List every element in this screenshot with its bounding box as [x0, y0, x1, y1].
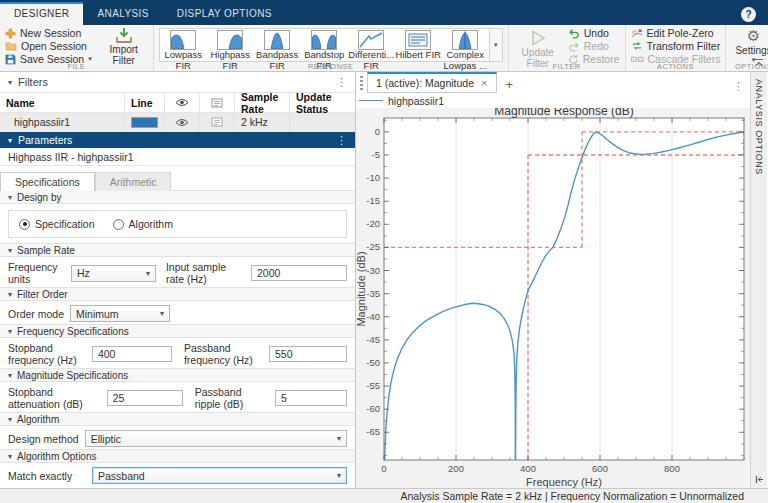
response-gallery-dropdown[interactable]: ▾: [489, 29, 502, 61]
edit-pole-zero-button[interactable]: Edit Pole-Zero: [631, 27, 721, 39]
response-gallery: LowpassFIRHighpassFIRBandpassFIRBandstop…: [159, 28, 503, 62]
close-tab-icon[interactable]: ×: [481, 77, 487, 89]
bandstop-response-icon: [311, 30, 337, 50]
response-gallery-item-highpass[interactable]: HighpassFIR: [207, 29, 254, 61]
stopband-frequency-field[interactable]: [92, 346, 172, 362]
response-gallery-item-differentiator[interactable]: Differenti...FIR: [348, 29, 395, 61]
chevron-down-icon: ▾: [494, 41, 498, 49]
highpass-response-icon: [217, 30, 243, 50]
help-icon[interactable]: ?: [741, 7, 756, 22]
filter-row-visibility-toggle[interactable]: [165, 113, 200, 132]
algorithm-options-section-bar[interactable]: ▾ Algorithm Options: [0, 449, 355, 463]
file-section-label: FILE: [0, 62, 153, 71]
add-tab-button[interactable]: +: [497, 77, 523, 93]
filter-order-section-bar[interactable]: ▾ Filter Order: [0, 287, 355, 301]
magnitude-response-chart[interactable]: 02004006008000-5-10-15-20-25-30-35-40-45…: [356, 108, 750, 488]
line-swatch[interactable]: [131, 117, 158, 128]
update-filter-button[interactable]: Update Filter: [514, 27, 562, 62]
col-header-line: Line: [125, 93, 165, 113]
tab-display-options[interactable]: DISPLAY OPTIONS: [163, 3, 286, 25]
new-session-icon: [5, 28, 16, 39]
response-gallery-item-lowpass[interactable]: LowpassFIR: [160, 29, 207, 61]
filter-row-legend-toggle[interactable]: [200, 113, 235, 132]
plot-menu-icon[interactable]: ⋮: [733, 80, 744, 93]
tab-analysis[interactable]: ANALYSIS: [83, 3, 162, 25]
analysis-options-strip[interactable]: ANALYSIS OPTIONS: [750, 72, 767, 488]
passband-frequency-field[interactable]: [269, 346, 347, 362]
filter-row-line[interactable]: [125, 113, 165, 132]
magnitude-plot-tab[interactable]: 1 (active): Magnitude ×: [367, 72, 497, 93]
filter-section-label: FILTER: [509, 62, 625, 71]
analysis-options-label[interactable]: ANALYSIS OPTIONS: [754, 79, 764, 175]
svg-text:-25: -25: [366, 241, 380, 252]
main-area: ▾ Filters ⋮ Name Line Sample Rate: [0, 72, 768, 488]
dock-handle[interactable]: [360, 76, 363, 90]
svg-text:-35: -35: [366, 288, 380, 299]
lowpass-response-icon: [170, 30, 196, 50]
tab-designer[interactable]: DESIGNER: [0, 2, 83, 25]
response-gallery-item-bandpass[interactable]: BandpassFIR: [254, 29, 301, 61]
parameters-menu-icon[interactable]: ⋮: [336, 134, 347, 147]
filter-row-name[interactable]: highpassiir1: [0, 113, 125, 132]
open-folder-icon: [5, 41, 17, 51]
algorithm-section-bar[interactable]: ▾ Algorithm: [0, 412, 355, 426]
frequency-units-dropdown[interactable]: Hz ▾: [71, 265, 156, 282]
radio-specification[interactable]: Specification: [19, 218, 95, 230]
ribbon-section-actions: Edit Pole-Zero Transform Filter Cascade …: [626, 25, 727, 71]
svg-text:400: 400: [520, 463, 536, 474]
stopband-attenuation-field[interactable]: [107, 390, 183, 406]
transform-filter-button[interactable]: Transform Filter: [631, 40, 721, 52]
filters-menu-icon[interactable]: ⋮: [336, 76, 347, 89]
frequency-specifications-section-bar[interactable]: ▾ Frequency Specifications: [0, 324, 355, 338]
design-by-radio-group: SpecificationAlgorithm: [8, 210, 347, 238]
input-sample-rate-field[interactable]: [251, 265, 347, 281]
magnitude-response-figure[interactable]: 02004006008000-5-10-15-20-25-30-35-40-45…: [356, 108, 750, 488]
ribbon-tab-bar: DESIGNER ANALYSIS DISPLAY OPTIONS ?: [0, 0, 768, 25]
parameters-section-header[interactable]: ▾ Parameters ⋮: [0, 132, 355, 148]
collapse-caret-icon: ▾: [8, 78, 12, 87]
stopband-attenuation-label: Stopband attenuation (dB): [8, 386, 101, 410]
tab-specifications[interactable]: Specifications: [0, 172, 95, 191]
order-mode-dropdown[interactable]: Minimum ▾: [70, 305, 170, 322]
chevron-down-icon: ▾: [337, 434, 341, 443]
filter-row-sample-rate: 2 kHz: [235, 113, 290, 132]
import-filter-button[interactable]: Import Filter: [100, 27, 148, 62]
svg-text:-20: -20: [366, 218, 380, 229]
redo-button[interactable]: Redo: [568, 40, 620, 52]
passband-ripple-field[interactable]: [275, 390, 347, 406]
status-text: Analysis Sample Rate = 2 kHz | Frequency…: [400, 490, 744, 502]
design-method-dropdown[interactable]: Elliptic ▾: [85, 430, 347, 447]
settings-gear-icon: ⚙: [747, 28, 760, 45]
settings-button[interactable]: ⚙ Settings ▾: [731, 27, 768, 62]
collapse-panel-icon[interactable]: [755, 475, 764, 484]
ribbon-collapse-icon[interactable]: [754, 58, 764, 67]
undo-button[interactable]: Undo: [568, 27, 620, 39]
svg-text:-45: -45: [366, 334, 380, 345]
open-session-button[interactable]: Open Session: [5, 40, 92, 52]
filter-row-update-status: [290, 113, 356, 132]
legend-box-icon: [211, 98, 223, 108]
design-by-section-bar[interactable]: ▾ Design by: [0, 190, 355, 204]
svg-text:-10: -10: [366, 172, 380, 183]
response-gallery-item-hilbert[interactable]: Hilbert FIR: [395, 29, 442, 61]
ribbon-section-response: LowpassFIRHighpassFIRBandpassFIRBandstop…: [154, 25, 509, 71]
col-header-visibility: [165, 93, 200, 113]
passband-frequency-label: Passband frequency (Hz): [184, 342, 263, 366]
magnitude-specifications-section-bar[interactable]: ▾ Magnitude Specifications: [0, 368, 355, 382]
radio-algorithm[interactable]: Algorithm: [113, 218, 173, 230]
new-session-button[interactable]: New Session: [5, 27, 92, 39]
sample-rate-section-bar[interactable]: ▾ Sample Rate: [0, 243, 355, 257]
svg-text:0: 0: [381, 463, 386, 474]
tab-arithmetic[interactable]: Arithmetic: [95, 172, 172, 191]
svg-text:-65: -65: [366, 426, 380, 437]
ribbon-section-filter: Update Filter Undo Redo: [509, 25, 626, 71]
svg-text:-55: -55: [366, 380, 380, 391]
update-filter-play-icon: [528, 29, 548, 47]
input-sample-rate-label: Input sample rate (Hz): [166, 261, 245, 285]
response-gallery-item-bandstop[interactable]: BandstopFIR: [301, 29, 348, 61]
legend-line-sample: [359, 100, 383, 101]
radio-dot-icon: [113, 219, 124, 230]
response-gallery-item-complex-lowpass[interactable]: ComplexLowpas ...: [442, 29, 489, 61]
match-exactly-dropdown[interactable]: Passband ▾: [92, 467, 347, 484]
col-header-legend: [200, 93, 235, 113]
